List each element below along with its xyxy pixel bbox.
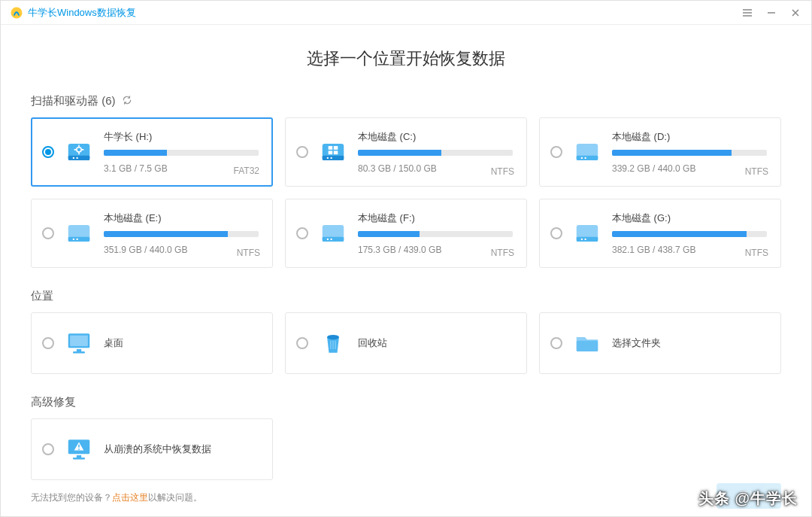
drives-title-text: 扫描和驱动器 (6): [31, 94, 116, 108]
svg-rect-31: [70, 336, 88, 346]
titlebar-left: 牛学长Windows数据恢复: [10, 6, 136, 20]
titlebar-controls: [741, 6, 802, 20]
advanced-card[interactable]: 从崩溃的系统中恢复数据: [31, 418, 273, 480]
drive-size: 80.3 GB / 150.0 GB: [358, 163, 513, 174]
drive-filesystem: NTFS: [491, 166, 514, 177]
footer-link[interactable]: 点击这里: [112, 491, 148, 504]
drive-card[interactable]: 本地磁盘 (E:) 351.9 GB / 440.0 GB NTFS: [31, 199, 273, 268]
drive-name: 本地磁盘 (D:): [612, 130, 767, 144]
app-title: 牛学长Windows数据恢复: [28, 6, 136, 20]
svg-rect-23: [323, 237, 344, 242]
location-name: 选择文件夹: [612, 336, 661, 350]
drive-name: 本地磁盘 (E:): [104, 211, 259, 225]
advanced-section-title: 高级修复: [31, 395, 781, 409]
refresh-icon[interactable]: [122, 95, 132, 108]
drive-card[interactable]: 本地磁盘 (C:) 80.3 GB / 150.0 GB NTFS: [285, 117, 527, 187]
locations-section-title: 位置: [31, 289, 781, 303]
drive-icon: [319, 219, 347, 248]
drive-card[interactable]: 牛学长 (H:) 3.1 GB / 7.5 GB FAT32: [31, 117, 273, 187]
location-radio[interactable]: [42, 337, 54, 349]
crash-recovery-icon: [65, 435, 93, 464]
drives-section-title: 扫描和驱动器 (6): [31, 94, 781, 108]
drive-info: 本地磁盘 (G:) 382.1 GB / 438.7 GB: [612, 211, 767, 255]
location-card[interactable]: 回收站: [285, 312, 527, 374]
drive-usage-bar: [358, 150, 513, 156]
drive-icon: [65, 219, 93, 248]
svg-point-21: [76, 239, 77, 240]
location-radio[interactable]: [550, 337, 562, 349]
titlebar: 牛学长Windows数据恢复: [1, 1, 811, 25]
drive-filesystem: NTFS: [237, 248, 260, 258]
drive-usage-bar: [612, 231, 767, 237]
location-name: 桌面: [104, 336, 123, 350]
svg-point-12: [327, 157, 329, 159]
monitor-icon: [65, 329, 93, 357]
svg-rect-40: [73, 458, 85, 459]
advanced-name: 从崩溃的系统中恢复数据: [104, 442, 211, 456]
main-content: 选择一个位置开始恢复数据 扫描和驱动器 (6) 牛学长 (H:) 3.1 GB …: [1, 25, 811, 480]
folder-icon: [573, 329, 601, 357]
drive-card[interactable]: 本地磁盘 (G:) 382.1 GB / 438.7 GB NTFS: [539, 199, 781, 268]
start-button[interactable]: 开始: [717, 483, 781, 509]
drive-info: 本地磁盘 (C:) 80.3 GB / 150.0 GB: [358, 130, 513, 174]
svg-point-34: [327, 335, 339, 339]
drive-size: 351.9 GB / 440.0 GB: [104, 245, 259, 255]
drive-info: 本地磁盘 (F:) 175.3 GB / 439.0 GB: [358, 211, 513, 255]
svg-point-28: [581, 239, 583, 240]
svg-point-24: [327, 239, 329, 240]
drive-radio[interactable]: [296, 146, 308, 158]
drive-usage-bar: [104, 150, 259, 156]
drive-name: 牛学长 (H:): [104, 130, 259, 144]
drive-icon: [319, 138, 347, 166]
svg-point-13: [330, 157, 332, 159]
location-radio[interactable]: [296, 337, 308, 349]
footer-suffix: 以解决问题。: [148, 491, 202, 504]
drive-icon: [65, 138, 93, 166]
location-card[interactable]: 桌面: [31, 312, 273, 374]
drive-usage-bar: [104, 231, 259, 237]
advanced-grid: 从崩溃的系统中恢复数据: [31, 418, 781, 480]
page-heading: 选择一个位置开始恢复数据: [31, 47, 781, 70]
menu-button[interactable]: [741, 6, 754, 20]
drive-name: 本地磁盘 (G:): [612, 211, 767, 225]
svg-rect-39: [77, 455, 81, 458]
drive-radio[interactable]: [550, 227, 562, 239]
drive-usage-bar: [612, 150, 767, 156]
minimize-button[interactable]: [765, 6, 778, 20]
drive-filesystem: NTFS: [745, 166, 768, 177]
footer: 无法找到您的设备？ 点击这里 以解决问题。: [1, 479, 811, 516]
footer-prefix: 无法找到您的设备？: [31, 491, 112, 504]
drive-radio[interactable]: [296, 227, 308, 239]
drive-radio[interactable]: [42, 146, 54, 158]
drive-radio[interactable]: [42, 227, 54, 239]
drive-card[interactable]: 本地磁盘 (F:) 175.3 GB / 439.0 GB NTFS: [285, 199, 527, 268]
svg-rect-9: [334, 146, 338, 150]
drive-size: 175.3 GB / 439.0 GB: [358, 245, 513, 255]
svg-point-4: [73, 157, 74, 159]
svg-rect-7: [323, 156, 344, 160]
svg-rect-32: [77, 349, 81, 351]
svg-rect-27: [577, 237, 598, 242]
svg-point-17: [584, 157, 586, 159]
drive-icon: [573, 138, 601, 166]
svg-rect-38: [78, 449, 80, 450]
drive-info: 本地磁盘 (D:) 339.2 GB / 440.0 GB: [612, 130, 767, 174]
locations-grid: 桌面 回收站 选择文件夹: [31, 312, 781, 374]
svg-rect-19: [68, 237, 90, 242]
drive-size: 339.2 GB / 440.0 GB: [612, 163, 767, 174]
svg-point-25: [330, 239, 332, 240]
advanced-radio[interactable]: [42, 443, 54, 455]
svg-rect-2: [68, 156, 90, 160]
drive-radio[interactable]: [550, 146, 562, 158]
location-card[interactable]: 选择文件夹: [539, 312, 781, 374]
close-button[interactable]: [789, 6, 802, 20]
drive-usage-bar: [358, 231, 513, 237]
svg-rect-37: [78, 445, 80, 448]
svg-rect-15: [577, 156, 598, 160]
drive-name: 本地磁盘 (F:): [358, 211, 513, 225]
drive-info: 本地磁盘 (E:) 351.9 GB / 440.0 GB: [104, 211, 259, 255]
svg-rect-33: [73, 351, 85, 353]
svg-rect-11: [334, 151, 338, 154]
svg-rect-8: [329, 146, 333, 150]
drive-card[interactable]: 本地磁盘 (D:) 339.2 GB / 440.0 GB NTFS: [539, 117, 781, 187]
